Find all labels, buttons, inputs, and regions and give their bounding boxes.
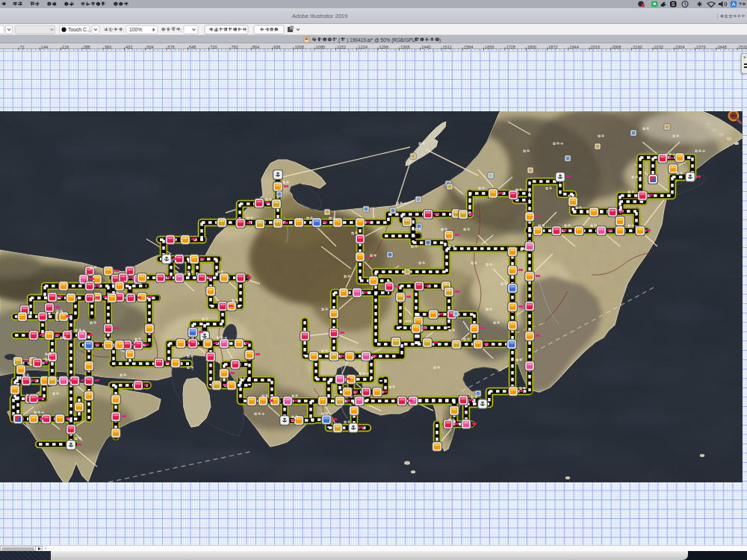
svg-text::: :	[123, 27, 125, 32]
svg-text:504: 504	[146, 45, 153, 49]
svg-text:216: 216	[62, 45, 69, 49]
svg-text:648: 648	[189, 45, 196, 49]
svg-text:936: 936	[273, 45, 280, 49]
svg-text:1800: 1800	[527, 45, 536, 49]
svg-text:1368: 1368	[400, 45, 409, 49]
svg-text:72: 72	[20, 45, 25, 49]
svg-text:1152: 1152	[337, 45, 346, 49]
svg-text:1224: 1224	[358, 45, 367, 49]
svg-text:1440: 1440	[421, 45, 430, 49]
svg-text:360: 360	[105, 45, 111, 49]
svg-text:1584: 1584	[464, 45, 473, 49]
svg-text:1512: 1512	[443, 45, 452, 49]
svg-text:1008: 1008	[294, 45, 303, 49]
svg-text:2232: 2232	[654, 45, 663, 49]
svg-text:2160: 2160	[633, 45, 642, 49]
svg-text:S: S	[672, 1, 675, 7]
svg-text:1944: 1944	[569, 45, 578, 49]
svg-text:2304: 2304	[675, 45, 684, 49]
svg-text:2376: 2376	[696, 45, 705, 49]
svg-text:432: 432	[125, 45, 132, 49]
svg-text:2088: 2088	[612, 45, 621, 49]
svg-text:576: 576	[168, 45, 175, 49]
svg-text:864: 864	[252, 45, 259, 49]
svg-text:1728: 1728	[506, 45, 515, 49]
svg-text:Touch C...: Touch C...	[68, 27, 91, 32]
svg-text::: :	[181, 27, 182, 32]
svg-text:A: A	[731, 1, 735, 7]
svg-text:2520: 2520	[739, 45, 747, 49]
svg-text:1080: 1080	[316, 45, 325, 49]
svg-text:1872: 1872	[548, 45, 557, 49]
svg-text:1656: 1656	[485, 45, 494, 49]
svg-text:2016: 2016	[591, 45, 600, 49]
svg-text:720: 720	[210, 45, 217, 49]
svg-text:144: 144	[41, 45, 48, 49]
svg-text:288: 288	[83, 45, 90, 49]
svg-text:792: 792	[232, 45, 238, 49]
svg-text:100%: 100%	[129, 27, 142, 32]
svg-text:1296: 1296	[379, 45, 388, 49]
svg-text:2448: 2448	[717, 45, 726, 49]
